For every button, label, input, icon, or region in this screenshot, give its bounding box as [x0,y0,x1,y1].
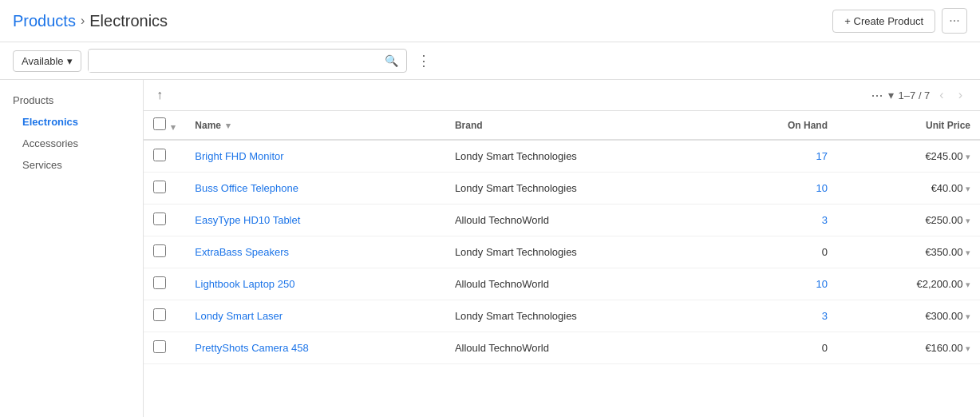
breadcrumb: Products › Electronics [13,12,168,30]
list-toolbar-right: ··· ▾ 1–7 / 7 ‹ › [871,86,967,104]
row-price-chevron-icon[interactable]: ▾ [966,152,970,161]
product-name-link[interactable]: Bright FHD Monitor [195,150,283,162]
table-row: Lightbook Laptop 250Allould TechnoWorld1… [144,268,980,300]
product-name-link[interactable]: Londy Smart Laser [195,310,283,322]
row-name-cell: Londy Smart Laser [185,300,445,332]
row-select-checkbox[interactable] [153,149,166,161]
search-input[interactable] [89,50,377,72]
row-price-chevron-icon[interactable]: ▾ [966,184,970,193]
table-body: Bright FHD MonitorLondy Smart Technologi… [144,140,980,364]
row-unit-price-cell: €250.00 ▾ [837,205,980,236]
list-toolbar-left: ↑ [156,88,163,102]
pagination-prev-button[interactable]: ‹ [935,86,948,104]
row-on-hand-cell: 10 [721,268,837,300]
product-name-link[interactable]: ExtraBass Speakers [195,246,289,258]
table-row: EasyType HD10 TabletAllould TechnoWorld3… [144,205,980,236]
table-row: ExtraBass SpeakersLondy Smart Technologi… [144,236,980,268]
products-table: ▾ Name ▾ Brand On Hand Unit Price Bright… [144,111,980,364]
row-brand-cell: Allould TechnoWorld [445,205,721,236]
row-name-cell: PrettyShots Camera 458 [185,332,445,364]
product-name-link[interactable]: EasyType HD10 Tablet [195,214,300,226]
main-content: ↑ ··· ▾ 1–7 / 7 ‹ › ▾ [144,80,980,417]
table-header-row: ▾ Name ▾ Brand On Hand Unit Price [144,111,980,140]
row-brand-cell: Allould TechnoWorld [445,332,721,364]
th-name[interactable]: Name ▾ [185,111,445,140]
toolbar-more-button[interactable]: ⋮ [417,52,432,70]
row-select-checkbox[interactable] [153,181,166,193]
sort-ascending-button[interactable]: ↑ [156,88,163,102]
row-checkbox-cell [144,332,185,364]
filter-chevron-icon: ▾ [67,55,73,67]
table-row: Londy Smart LaserLondy Smart Technologie… [144,300,980,332]
content: Products Electronics Accessories Service… [0,80,980,417]
row-price-chevron-icon[interactable]: ▾ [966,216,970,225]
sidebar-item-accessories[interactable]: Accessories [0,133,143,154]
row-select-checkbox[interactable] [153,276,166,289]
th-brand: Brand [445,111,721,140]
row-select-checkbox[interactable] [153,244,166,257]
row-on-hand-cell: 0 [721,236,837,268]
sort-up-icon: ↑ [156,88,163,101]
row-select-checkbox[interactable] [153,212,166,225]
sidebar-item-services[interactable]: Services [0,154,143,176]
products-table-container: ▾ Name ▾ Brand On Hand Unit Price Bright… [144,111,980,364]
sidebar-item-electronics[interactable]: Electronics [0,111,143,133]
sidebar-item-electronics-label: Electronics [22,116,78,128]
header-more-button[interactable]: ··· [942,8,967,34]
row-checkbox-cell [144,268,185,300]
search-button[interactable]: 🔍 [377,50,406,72]
create-product-button[interactable]: + Create Product [832,10,935,33]
table-row: Bright FHD MonitorLondy Smart Technologi… [144,140,980,173]
row-checkbox-cell [144,300,185,332]
sidebar-item-products[interactable]: Products [0,89,143,111]
row-brand-cell: Londy Smart Technologies [445,173,721,205]
row-on-hand-cell: 10 [721,173,837,205]
row-select-checkbox[interactable] [153,340,166,353]
row-name-cell: Buss Office Telephone [185,173,445,205]
th-checkbox: ▾ [144,111,185,140]
filter-dropdown[interactable]: Available ▾ [13,50,81,72]
list-more-button[interactable]: ··· [871,87,883,104]
toolbar: Available ▾ 🔍 ⋮ [0,42,980,80]
sidebar-item-accessories-label: Accessories [22,137,78,149]
pagination-dropdown-button[interactable]: ▾ [888,89,894,101]
search-bar: 🔍 [88,49,407,73]
row-on-hand-cell: 3 [721,300,837,332]
breadcrumb-separator: › [81,14,85,28]
row-unit-price-cell: €160.00 ▾ [837,332,980,364]
product-name-link[interactable]: Lightbook Laptop 250 [195,278,294,290]
row-unit-price-cell: €245.00 ▾ [837,140,980,173]
breadcrumb-parent-link[interactable]: Products [13,12,76,30]
row-name-cell: EasyType HD10 Tablet [185,205,445,236]
header: Products › Electronics + Create Product … [0,0,980,42]
row-price-chevron-icon[interactable]: ▾ [966,280,970,289]
row-price-chevron-icon[interactable]: ▾ [966,312,970,321]
table-row: Buss Office TelephoneLondy Smart Technol… [144,173,980,205]
sidebar-item-services-label: Services [22,159,62,171]
product-name-link[interactable]: Buss Office Telephone [195,182,298,194]
row-unit-price-cell: €350.00 ▾ [837,236,980,268]
row-price-chevron-icon[interactable]: ▾ [966,248,970,257]
row-unit-price-cell: €40.00 ▾ [837,173,980,205]
table-row: PrettyShots Camera 458Allould TechnoWorl… [144,332,980,364]
row-name-cell: Lightbook Laptop 250 [185,268,445,300]
th-unit-price: Unit Price [837,111,980,140]
product-name-link[interactable]: PrettyShots Camera 458 [195,342,308,354]
row-price-chevron-icon[interactable]: ▾ [966,344,970,353]
select-all-checkbox[interactable] [153,117,166,130]
filter-label: Available [22,55,64,67]
sidebar: Products Electronics Accessories Service… [0,80,144,417]
row-checkbox-cell [144,173,185,205]
row-unit-price-cell: €300.00 ▾ [837,300,980,332]
pagination-next-button[interactable]: › [954,86,967,104]
breadcrumb-current: Electronics [89,12,168,30]
row-name-cell: Bright FHD Monitor [185,140,445,173]
row-unit-price-cell: €2,200.00 ▾ [837,268,980,300]
select-all-chevron-icon[interactable]: ▾ [171,122,176,132]
th-on-hand: On Hand [721,111,837,140]
row-select-checkbox[interactable] [153,308,166,321]
search-icon: 🔍 [385,54,398,67]
name-sort-icon: ▾ [226,121,231,130]
row-brand-cell: Allould TechnoWorld [445,268,721,300]
row-on-hand-cell: 17 [721,140,837,173]
